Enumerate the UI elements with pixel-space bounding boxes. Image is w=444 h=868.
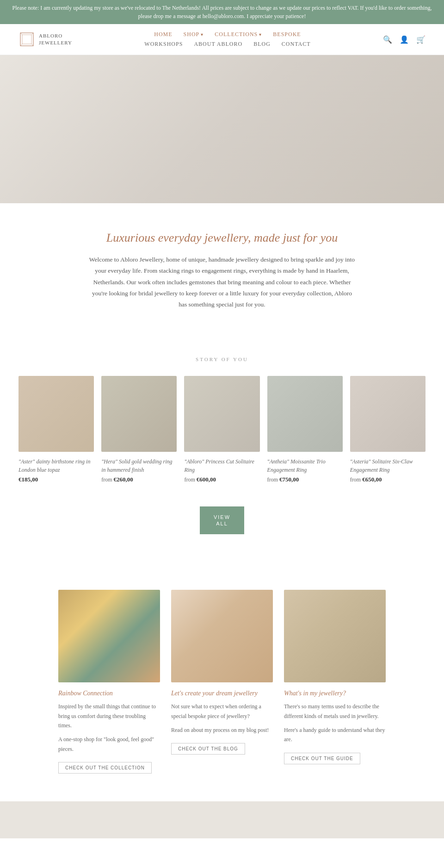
account-icon: 👤 <box>400 36 409 44</box>
product-name: "Aster" dainty birthstone ring in London… <box>18 457 94 474</box>
header-icons: 🔍 👤 🛒 <box>383 35 426 44</box>
intro-section: Luxurious everyday jewellery, made just … <box>0 203 444 338</box>
intro-text: Welcome to Abloro Jewellery, home of uni… <box>88 254 356 310</box>
product-name: "Asteria" Solitaire Six-Claw Engagement … <box>350 457 426 474</box>
feature-card-rainbow: Rainbow Connection Inspired by the small… <box>58 590 160 774</box>
nav-workshops[interactable]: WORKSHOPS <box>144 41 183 48</box>
nav-contact[interactable]: CONTACT <box>282 41 311 48</box>
feature-image-bespoke <box>171 590 273 682</box>
nav-blog[interactable]: BLOG <box>253 41 271 48</box>
feature-card-guide: What's in my jewellery? There's so many … <box>284 590 386 774</box>
collections-dropdown-arrow: ▾ <box>259 32 262 37</box>
logo-link[interactable]: ABLORO JEWELLERY <box>18 31 72 48</box>
product-image <box>184 376 259 451</box>
svg-rect-1 <box>22 35 31 44</box>
feature-text-2: A one-stop shop for "look good, feel goo… <box>58 735 160 754</box>
product-image <box>267 376 343 451</box>
nav-shop[interactable]: SHOP ▾ <box>184 31 204 38</box>
nav-collections[interactable]: COLLECTIONS ▾ <box>215 31 262 38</box>
shop-dropdown-arrow: ▾ <box>201 32 204 37</box>
story-section: STORY OF YOU "Aster" dainty birthstone r… <box>0 338 444 571</box>
site-header: ABLORO JEWELLERY HOME SHOP ▾ COLLECTIONS… <box>0 24 444 55</box>
feature-cta-bespoke[interactable]: CHECK OUT THE BLOG <box>171 743 245 755</box>
view-all-button[interactable]: VIEW ALL <box>200 506 244 535</box>
product-image <box>18 376 94 451</box>
main-nav: HOME SHOP ▾ COLLECTIONS ▾ BESPOKE WORKSH… <box>144 31 310 48</box>
nav-home[interactable]: HOME <box>154 31 172 38</box>
product-name: "Abloro" Princess Cut Solitaire Ring <box>184 457 259 474</box>
svg-line-2 <box>20 33 22 35</box>
feature-section: Rainbow Connection Inspired by the small… <box>0 571 444 801</box>
feature-title-guide: What's in my jewellery? <box>284 690 386 697</box>
hero-background <box>0 55 444 203</box>
cart-icon: 🛒 <box>416 36 426 44</box>
cart-button[interactable]: 🛒 <box>416 35 426 44</box>
hero-section <box>0 55 444 203</box>
nav-row-bottom: WORKSHOPS ABOUT ABLORO BLOG CONTACT <box>144 41 310 48</box>
products-grid: "Aster" dainty birthstone ring in London… <box>18 376 426 483</box>
product-card[interactable]: "Asteria" Solitaire Six-Claw Engagement … <box>350 376 426 483</box>
svg-line-3 <box>31 33 33 35</box>
account-button[interactable]: 👤 <box>400 35 409 44</box>
footer-area <box>0 801 444 838</box>
nav-about[interactable]: ABOUT ABLORO <box>194 41 242 48</box>
product-price: €185,00 <box>18 476 94 483</box>
feature-image-rainbow <box>58 590 160 682</box>
product-name: "Hera" Solid gold wedding ring in hammer… <box>101 457 177 474</box>
feature-card-bespoke: Let's create your dream jewellery Not su… <box>171 590 273 774</box>
product-price: from €650,00 <box>350 476 426 483</box>
product-card[interactable]: "Abloro" Princess Cut Solitaire Ring fro… <box>184 376 259 483</box>
feature-text-1: Inspired by the small things that contin… <box>58 702 160 730</box>
logo-icon <box>18 31 35 48</box>
search-icon: 🔍 <box>383 36 392 44</box>
svg-line-5 <box>31 44 33 46</box>
logo-text: ABLORO JEWELLERY <box>39 32 72 47</box>
feature-text-1: Not sure what to expect when ordering a … <box>171 702 273 721</box>
feature-title-bespoke: Let's create your dream jewellery <box>171 690 273 697</box>
announcement-bar: Please note: I am currently updating my … <box>0 0 444 24</box>
product-price: from €750,00 <box>267 476 343 483</box>
story-label: STORY OF YOU <box>18 356 426 362</box>
feature-text-2: Read on about my process on my blog post… <box>171 725 273 735</box>
intro-title: Luxurious everyday jewellery, made just … <box>46 231 398 245</box>
nav-bespoke[interactable]: BESPOKE <box>273 31 301 38</box>
product-price: from €260,00 <box>101 476 177 483</box>
feature-image-guide <box>284 590 386 682</box>
product-name: "Antheia" Moissanite Trio Engagement Rin… <box>267 457 343 474</box>
feature-cta-guide[interactable]: CHECK OUT THE GUIDE <box>284 753 360 764</box>
product-card[interactable]: "Antheia" Moissanite Trio Engagement Rin… <box>267 376 343 483</box>
product-image <box>101 376 177 451</box>
product-image <box>350 376 426 451</box>
feature-title-rainbow: Rainbow Connection <box>58 690 160 697</box>
feature-text-2: Here's a handy guide to understand what … <box>284 725 386 744</box>
search-button[interactable]: 🔍 <box>383 35 392 44</box>
nav-row-top: HOME SHOP ▾ COLLECTIONS ▾ BESPOKE <box>154 31 301 38</box>
product-price: from €600,00 <box>184 476 259 483</box>
svg-line-4 <box>20 44 22 46</box>
announcement-text: Please note: I am currently updating my … <box>12 5 432 19</box>
feature-cta-rainbow[interactable]: CHECK OUT THE COLLECTION <box>58 762 152 774</box>
feature-text-1: There's so many terms used to describe t… <box>284 702 386 721</box>
product-card[interactable]: "Hera" Solid gold wedding ring in hammer… <box>101 376 177 483</box>
product-card[interactable]: "Aster" dainty birthstone ring in London… <box>18 376 94 483</box>
